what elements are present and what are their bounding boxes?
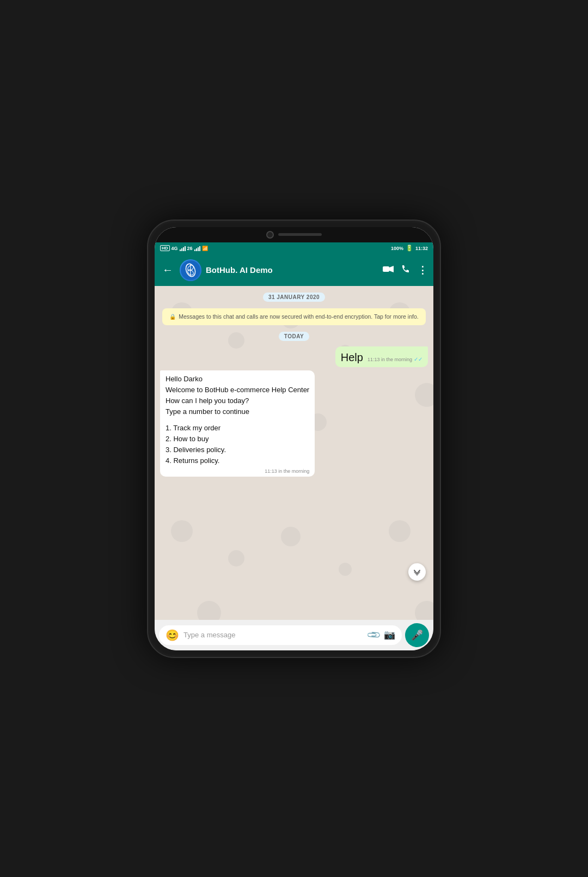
message-row-outgoing: Help 11:13 in the morning ✓✓: [160, 346, 428, 367]
signal-2: [194, 246, 200, 251]
speaker: [278, 233, 322, 236]
encryption-notice[interactable]: 🔒 Messages to this chat and calls are no…: [162, 308, 426, 325]
message-input-wrap[interactable]: 😊 Type a message 📎 📷: [159, 625, 402, 645]
encryption-text: Messages to this chat and calls are now …: [179, 313, 418, 320]
list-item-2: 2. How to buy: [166, 434, 309, 444]
list-item-1: 1. Track my order: [166, 423, 309, 434]
phone-screen: HD 4G 26 📶 100% 🔋 11:32 ←: [155, 227, 433, 650]
phone-notch: [155, 227, 433, 242]
voice-call-button[interactable]: [401, 265, 410, 275]
wifi-icon: 📶: [202, 246, 208, 251]
contact-info: BotHub. AI Demo: [206, 265, 378, 275]
lock-icon: 🔒: [169, 314, 176, 320]
status-right: 100% 🔋 11:32: [391, 245, 428, 252]
bubble-bot: Hello Darko Welcome to BotHub e-commerce…: [160, 370, 315, 477]
chat-body[interactable]: 31 JANUARY 2020 🔒 Messages to this chat …: [155, 286, 433, 620]
read-receipt: ✓✓: [414, 356, 422, 363]
contact-avatar[interactable]: [180, 259, 201, 281]
phone-frame: HD 4G 26 📶 100% 🔋 11:32 ←: [147, 220, 441, 658]
hd-badge: HD: [160, 245, 170, 251]
bot-line-4: Type a number to continue: [166, 406, 309, 417]
emoji-button[interactable]: 😊: [166, 629, 179, 642]
list-item-3: 3. Deliveries policy.: [166, 444, 309, 455]
message-input[interactable]: Type a message: [183, 631, 364, 639]
status-left: HD 4G 26 📶: [160, 245, 208, 251]
today-badge: TODAY: [279, 332, 309, 341]
svg-marker-6: [389, 266, 394, 272]
camera-button[interactable]: 📷: [384, 629, 395, 641]
bot-meta: 11:13 in the morning: [166, 468, 309, 475]
bot-line-2: Welcome to BotHub e-commerce Help Center: [166, 385, 309, 395]
clock: 11:32: [415, 246, 428, 251]
bot-message-text: Hello Darko Welcome to BotHub e-commerce…: [166, 374, 309, 467]
bot-line-1: Hello Darko: [166, 374, 309, 385]
mic-icon: 🎤: [411, 629, 423, 641]
camera: [266, 231, 274, 239]
signal-1: [180, 246, 186, 251]
input-bar: 😊 Type a message 📎 📷 🎤: [155, 620, 433, 650]
contact-name: BotHub. AI Demo: [206, 265, 378, 275]
bubble-help: Help 11:13 in the morning ✓✓: [335, 346, 428, 367]
chat-header: ← BotHub. AI Demo: [155, 254, 433, 286]
help-text: Help: [341, 350, 363, 365]
back-button[interactable]: ←: [160, 261, 175, 278]
list-item-4: 4. Returns policy.: [166, 455, 309, 466]
scroll-to-bottom-button[interactable]: [408, 563, 426, 581]
chevron-down-icon: [413, 568, 421, 576]
video-call-button[interactable]: [383, 265, 394, 275]
network-4g: 4G: [171, 246, 178, 251]
old-date-badge: 31 JANUARY 2020: [263, 293, 325, 302]
header-actions: ⋮: [383, 264, 428, 276]
help-meta: 11:13 in the morning ✓✓: [367, 356, 422, 363]
mic-button[interactable]: 🎤: [405, 623, 429, 647]
svg-rect-5: [383, 266, 389, 272]
battery-level: 100%: [391, 246, 403, 251]
more-options-button[interactable]: ⋮: [418, 264, 428, 276]
attach-button[interactable]: 📎: [366, 627, 382, 643]
battery-icon: 🔋: [406, 245, 413, 252]
message-row-incoming: Hello Darko Welcome to BotHub e-commerce…: [160, 370, 428, 477]
bot-line-3: How can I help you today?: [166, 395, 309, 406]
bot-list: 1. Track my order 2. How to buy 3. Deliv…: [166, 423, 309, 467]
help-time: 11:13 in the morning: [367, 356, 412, 363]
bothub-logo: [181, 260, 200, 280]
status-bar: HD 4G 26 📶 100% 🔋 11:32: [155, 242, 433, 254]
help-bubble-content: Help 11:13 in the morning ✓✓: [341, 350, 422, 365]
network-26: 26: [187, 246, 193, 251]
bot-time: 11:13 in the morning: [265, 468, 309, 475]
